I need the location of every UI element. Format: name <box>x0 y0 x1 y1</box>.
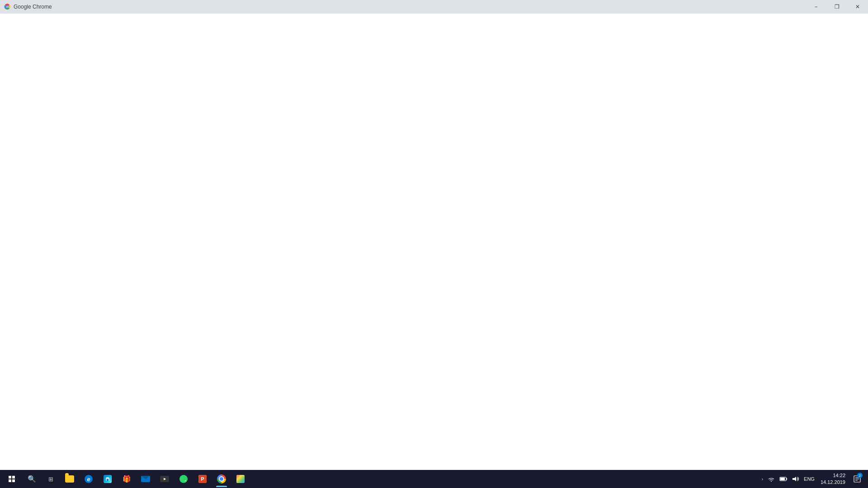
edge-icon <box>85 475 93 483</box>
store-icon <box>104 475 112 483</box>
gift-icon: 🎁 <box>123 475 131 483</box>
wifi-tray-icon[interactable] <box>766 475 776 483</box>
task-view-button[interactable]: ⊞ <box>42 471 60 487</box>
taskbar: 🔍 ⊞ 🎁 <box>0 470 868 488</box>
task-view-icon: ⊞ <box>48 476 53 483</box>
chrome-logo-icon <box>4 3 11 10</box>
chrome-taskbar-button[interactable] <box>212 471 231 487</box>
titlebar-controls: − ❐ ✕ <box>806 0 868 14</box>
time-display: 14:22 <box>833 472 845 479</box>
svg-rect-6 <box>780 478 785 480</box>
store-taskbar-button[interactable] <box>99 471 117 487</box>
video-icon <box>160 476 169 482</box>
search-button[interactable]: 🔍 <box>23 471 41 487</box>
svg-point-3 <box>7 6 8 7</box>
whatsapp-icon <box>179 475 188 483</box>
photos-taskbar-button[interactable] <box>231 471 250 487</box>
folder-icon <box>65 475 74 483</box>
language-tray-label[interactable]: ENG <box>802 476 816 482</box>
taskbar-right: › ENG <box>760 471 866 487</box>
mail-icon <box>141 476 150 482</box>
tray-expand-button[interactable]: › <box>760 475 764 483</box>
chrome-icon <box>217 474 226 483</box>
windows-logo-icon <box>9 476 15 482</box>
mail-taskbar-button[interactable] <box>137 471 155 487</box>
movies-taskbar-button[interactable] <box>156 471 174 487</box>
notification-badge: 2 <box>857 473 863 478</box>
titlebar: Google Chrome − ❐ ✕ <box>0 0 868 14</box>
whatsapp-taskbar-button[interactable] <box>175 471 193 487</box>
volume-tray-icon[interactable] <box>791 475 801 483</box>
maximize-button[interactable]: ❐ <box>826 0 847 14</box>
minimize-button[interactable]: − <box>806 0 826 14</box>
taskbar-left: 🔍 ⊞ 🎁 <box>2 471 760 487</box>
titlebar-left: Google Chrome <box>0 3 52 10</box>
edge-taskbar-button[interactable] <box>80 471 98 487</box>
start-button[interactable] <box>2 471 22 487</box>
gift-taskbar-button[interactable]: 🎁 <box>118 471 136 487</box>
powerpoint-taskbar-button[interactable]: P <box>193 471 212 487</box>
date-display: 14.12.2019 <box>821 479 845 486</box>
photos-icon <box>236 475 245 483</box>
svg-marker-7 <box>793 477 796 481</box>
file-explorer-taskbar-button[interactable] <box>61 471 79 487</box>
titlebar-title: Google Chrome <box>14 4 52 10</box>
clock-display[interactable]: 14:22 14.12.2019 <box>818 472 848 486</box>
search-icon: 🔍 <box>28 475 36 483</box>
main-content <box>0 14 868 470</box>
notification-button[interactable]: 2 <box>850 471 864 487</box>
powerpoint-icon: P <box>198 475 207 483</box>
close-button[interactable]: ✕ <box>847 0 868 14</box>
battery-tray-icon[interactable] <box>778 475 789 483</box>
svg-rect-5 <box>786 478 787 480</box>
